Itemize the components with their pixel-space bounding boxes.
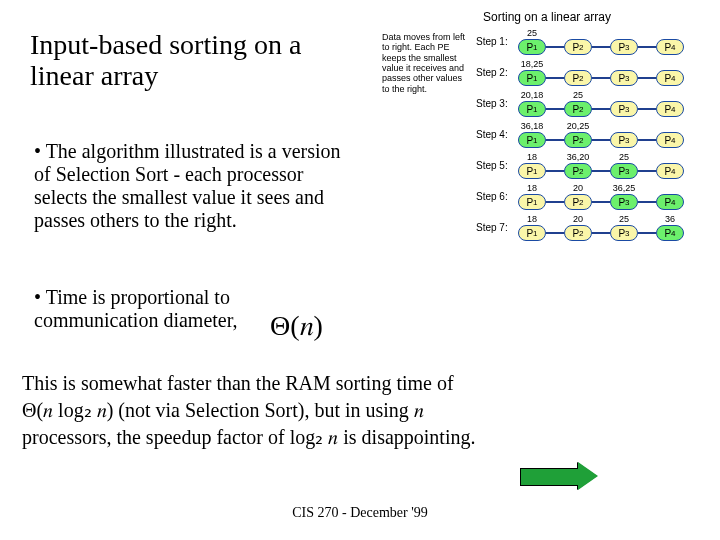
link-line xyxy=(592,77,610,79)
processor-node: P2 xyxy=(564,101,592,117)
value-label xyxy=(610,121,638,132)
sorting-diagram: Sorting on a linear array Step 1:25P1P2P… xyxy=(382,10,712,245)
link-line xyxy=(546,77,564,79)
processor-node: P3 xyxy=(610,101,638,117)
link-line xyxy=(638,170,656,172)
link-line xyxy=(546,232,564,234)
processor-node: P2 xyxy=(564,70,592,86)
value-label: 20 xyxy=(564,183,592,194)
processor-node: P4 xyxy=(656,132,684,148)
processor-node: P4 xyxy=(656,70,684,86)
theta-n: Θ(𝑛) xyxy=(270,310,323,343)
value-label xyxy=(610,59,638,70)
link-line xyxy=(592,170,610,172)
bullet-time: • Time is proportional to communication … xyxy=(34,286,264,332)
processor-node: P1 xyxy=(518,225,546,241)
value-label: 20,18 xyxy=(518,90,546,101)
value-label: 36,25 xyxy=(610,183,638,194)
diagram-caption: Data moves from left to right. Each PE k… xyxy=(382,32,476,144)
value-label: 25 xyxy=(610,152,638,163)
processor-node: P3 xyxy=(610,225,638,241)
value-label: 20 xyxy=(564,214,592,225)
step-label: Step 5: xyxy=(476,160,518,171)
processor-node: P1 xyxy=(518,194,546,210)
processor-node: P4 xyxy=(656,194,684,210)
link-line xyxy=(592,201,610,203)
value-label xyxy=(656,183,684,194)
link-line xyxy=(638,46,656,48)
value-label: 18 xyxy=(518,152,546,163)
link-line xyxy=(592,46,610,48)
next-arrow[interactable] xyxy=(520,462,598,490)
bullet-algorithm: • The algorithm illustrated is a version… xyxy=(34,140,344,232)
processor-node: P1 xyxy=(518,101,546,117)
note-line-1: This is somewhat faster than the RAM sor… xyxy=(22,370,542,397)
link-line xyxy=(592,108,610,110)
link-line xyxy=(638,77,656,79)
value-label: 25 xyxy=(564,90,592,101)
value-label: 36 xyxy=(656,214,684,225)
value-label: 36,18 xyxy=(518,121,546,132)
note-line-2: Θ(𝑛 log₂ 𝑛) (not via Selection Sort), bu… xyxy=(22,397,542,424)
link-line xyxy=(546,170,564,172)
value-label xyxy=(564,59,592,70)
value-label xyxy=(656,152,684,163)
processor-node: P4 xyxy=(656,225,684,241)
processor-node: P3 xyxy=(610,70,638,86)
processor-node: P1 xyxy=(518,132,546,148)
diagram-step: Step 5:1836,2025P1P2P3P4 xyxy=(382,152,712,179)
step-label: Step 3: xyxy=(476,98,518,109)
link-line xyxy=(546,139,564,141)
link-line xyxy=(638,108,656,110)
step-label: Step 7: xyxy=(476,222,518,233)
link-line xyxy=(546,108,564,110)
link-line xyxy=(592,232,610,234)
step-label: Step 6: xyxy=(476,191,518,202)
processor-node: P2 xyxy=(564,163,592,179)
diagram-title: Sorting on a linear array xyxy=(382,10,712,24)
footer: CIS 270 - December '99 xyxy=(0,505,720,521)
processor-node: P4 xyxy=(656,163,684,179)
value-label: 18 xyxy=(518,214,546,225)
value-label xyxy=(656,90,684,101)
processor-node: P2 xyxy=(564,194,592,210)
processor-node: P3 xyxy=(610,132,638,148)
link-line xyxy=(592,139,610,141)
page-title: Input-based sorting on a linear array xyxy=(30,30,350,92)
value-label xyxy=(656,28,684,39)
processor-node: P3 xyxy=(610,39,638,55)
link-line xyxy=(638,139,656,141)
note-block: This is somewhat faster than the RAM sor… xyxy=(22,370,542,451)
value-label xyxy=(610,90,638,101)
value-label xyxy=(656,121,684,132)
value-label: 25 xyxy=(610,214,638,225)
value-label xyxy=(564,28,592,39)
processor-node: P1 xyxy=(518,39,546,55)
value-label: 36,20 xyxy=(564,152,592,163)
processor-node: P3 xyxy=(610,163,638,179)
link-line xyxy=(638,201,656,203)
processor-node: P2 xyxy=(564,132,592,148)
value-label: 20,25 xyxy=(564,121,592,132)
link-line xyxy=(546,46,564,48)
step-label: Step 1: xyxy=(476,36,518,47)
processor-node: P2 xyxy=(564,225,592,241)
step-label: Step 4: xyxy=(476,129,518,140)
processor-node: P4 xyxy=(656,39,684,55)
value-label: 18 xyxy=(518,183,546,194)
link-line xyxy=(546,201,564,203)
value-label xyxy=(656,59,684,70)
diagram-step: Step 7:18202536P1P2P3P4 xyxy=(382,214,712,241)
note-line-3: processors, the speedup factor of log₂ 𝑛… xyxy=(22,424,542,451)
processor-node: P4 xyxy=(656,101,684,117)
value-label xyxy=(610,28,638,39)
link-line xyxy=(638,232,656,234)
processor-node: P2 xyxy=(564,39,592,55)
processor-node: P3 xyxy=(610,194,638,210)
step-label: Step 2: xyxy=(476,67,518,78)
processor-node: P1 xyxy=(518,70,546,86)
value-label: 18,25 xyxy=(518,59,546,70)
value-label: 25 xyxy=(518,28,546,39)
processor-node: P1 xyxy=(518,163,546,179)
diagram-step: Step 6:182036,25P1P2P3P4 xyxy=(382,183,712,210)
